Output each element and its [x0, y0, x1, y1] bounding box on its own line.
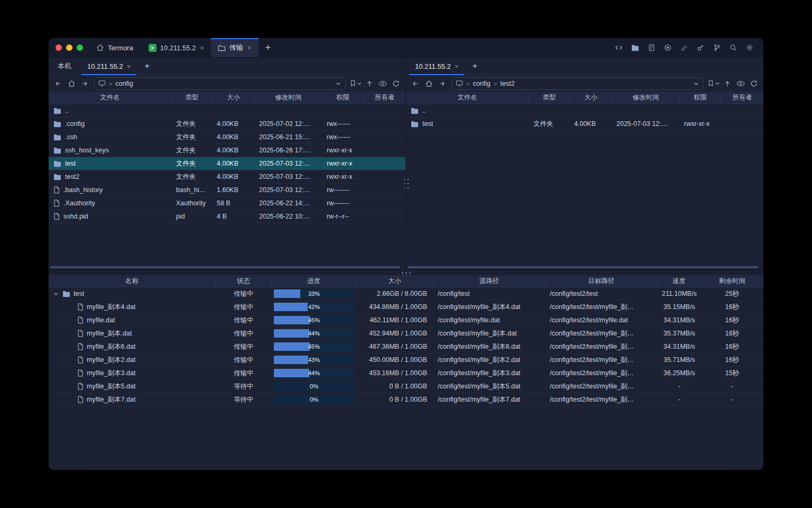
- toggle-hidden-files-button[interactable]: [734, 77, 747, 90]
- refresh-button[interactable]: [748, 77, 760, 90]
- sftp-tab[interactable]: 本机: [50, 58, 79, 75]
- file-row[interactable]: sshd.pidpid4 B2025-06-22 10:…rw-r--r--: [49, 210, 405, 223]
- file-row[interactable]: ..: [406, 104, 763, 117]
- column-header[interactable]: 类型: [172, 92, 213, 104]
- bookmark-button[interactable]: [349, 77, 363, 90]
- column-header[interactable]: 修改时间: [612, 92, 680, 104]
- home-button[interactable]: [422, 77, 435, 90]
- file-mtime: 2025-06-26 17:…: [255, 144, 322, 157]
- breadcrumb-segment[interactable]: config: [115, 80, 133, 87]
- search-button[interactable]: [727, 41, 740, 54]
- new-sftp-tab-button[interactable]: +: [466, 58, 483, 75]
- column-header[interactable]: 权限: [322, 92, 364, 104]
- back-button[interactable]: [52, 77, 64, 90]
- file-row[interactable]: .XauthorityXauthority58 B2025-06-22 14:……: [49, 197, 405, 210]
- git-branch-button[interactable]: [710, 41, 723, 54]
- file-icon: [77, 343, 84, 350]
- breadcrumb[interactable]: >config: [94, 77, 346, 90]
- file-row[interactable]: ..: [49, 104, 405, 117]
- code-button[interactable]: [612, 41, 625, 54]
- file-owner: [364, 184, 405, 196]
- horizontal-splitter[interactable]: [49, 270, 763, 275]
- bookmark-button[interactable]: [707, 77, 721, 90]
- breadcrumb-segment[interactable]: test2: [500, 80, 514, 87]
- column-header[interactable]: 目标路径: [546, 275, 658, 287]
- forward-button[interactable]: [78, 77, 91, 90]
- file-row[interactable]: test2文件夹4.00KB2025-07-03 12:…rwxr-xr-x: [49, 170, 405, 184]
- parent-directory-button[interactable]: [721, 77, 734, 90]
- progress-label: 0%: [274, 395, 354, 404]
- transfer-source-path: /config/test/myfile.dat: [433, 314, 546, 326]
- column-header[interactable]: 修改时间: [255, 92, 322, 104]
- close-tab-icon[interactable]: ×: [127, 62, 131, 70]
- app-title: Termora: [108, 44, 133, 52]
- close-tab-icon[interactable]: ×: [247, 44, 252, 52]
- transfer-row[interactable]: myfile.dat传输中45%462.11MB / 1.00GB/config…: [49, 314, 763, 327]
- forward-button[interactable]: [436, 77, 448, 90]
- transfer-row[interactable]: myfile_副本6.dat传输中45%467.36MB / 1.00GB/co…: [49, 340, 763, 353]
- file-row[interactable]: .config文件夹4.00KB2025-07-02 12:…rwx------: [49, 117, 405, 131]
- horizontal-scrollbar[interactable]: [50, 266, 400, 268]
- edit-button[interactable]: [678, 41, 690, 54]
- transfer-row[interactable]: myfile_副本4.dat传输中42%434.86MB / 1.00GB/co…: [49, 301, 763, 314]
- eye-icon: [379, 80, 387, 87]
- transfer-source-path: /config/test/myfile_副本6.dat: [433, 340, 546, 353]
- window-tab-session[interactable]: 10.211.55.2×: [142, 38, 211, 57]
- column-header[interactable]: 状态: [216, 275, 272, 287]
- column-header[interactable]: 文件名: [406, 92, 529, 104]
- refresh-button[interactable]: [390, 77, 402, 90]
- log-button[interactable]: [645, 41, 658, 54]
- close-window-button[interactable]: [56, 44, 62, 51]
- vertical-splitter-handle[interactable]: [402, 176, 410, 191]
- sftp-tab[interactable]: 10.211.55.2×: [79, 58, 139, 75]
- column-header[interactable]: 剩余时间: [701, 275, 763, 287]
- column-header[interactable]: 进度: [272, 275, 356, 287]
- file-row[interactable]: test文件夹4.00KB2025-07-03 12:…rwxr-xr-x: [406, 117, 763, 131]
- app-home-button[interactable]: Termora: [90, 38, 142, 57]
- settings-button[interactable]: [743, 41, 756, 54]
- column-header[interactable]: 速度: [658, 275, 701, 287]
- minimize-window-button[interactable]: [66, 44, 72, 51]
- close-tab-icon[interactable]: ×: [200, 44, 204, 52]
- breadcrumb-segment[interactable]: config: [473, 80, 490, 87]
- column-header[interactable]: 源路径: [433, 275, 546, 287]
- column-header[interactable]: 所有者: [364, 92, 405, 104]
- file-row[interactable]: test文件夹4.00KB2025-07-03 12:…rwxr-xr-x: [49, 157, 405, 170]
- parent-directory-button[interactable]: [363, 77, 376, 90]
- transfer-row[interactable]: myfile_副本7.dat等待中0%0 B / 1.00GB/config/t…: [49, 393, 763, 406]
- toggle-hidden-files-button[interactable]: [376, 77, 389, 90]
- file-name: .config: [65, 120, 85, 128]
- column-header[interactable]: 类型: [529, 92, 570, 104]
- transfer-row[interactable]: myfile_副本5.dat等待中0%0 B / 1.00GB/config/t…: [49, 380, 763, 393]
- column-header[interactable]: 大小: [213, 92, 255, 104]
- column-header[interactable]: 大小: [570, 92, 612, 104]
- sftp-tab[interactable]: 10.211.55.2×: [407, 58, 466, 75]
- column-header[interactable]: 权限: [680, 92, 721, 104]
- maximize-window-button[interactable]: [77, 44, 83, 51]
- key-button[interactable]: [694, 41, 707, 54]
- git-branch-icon: [714, 44, 721, 51]
- transfer-row[interactable]: myfile_副本.dat传输中44%452.94MB / 1.00GB/con…: [49, 327, 763, 340]
- transfer-row[interactable]: myfile_副本2.dat传输中43%450.00MB / 1.00GB/co…: [49, 353, 763, 367]
- new-sftp-tab-button[interactable]: +: [139, 58, 155, 75]
- column-header[interactable]: 大小: [356, 275, 433, 287]
- file-row[interactable]: .bash_historybash_hi…1.60KB2025-07-03 12…: [49, 184, 405, 197]
- column-header[interactable]: 文件名: [49, 92, 172, 104]
- folder-button[interactable]: [629, 41, 641, 54]
- horizontal-scrollbar[interactable]: [408, 266, 758, 268]
- window-tab-transfer[interactable]: 传输×: [211, 38, 259, 57]
- file-row[interactable]: .ssh文件夹4.00KB2025-06-21 15:…rwx------: [49, 131, 405, 144]
- home-button[interactable]: [65, 77, 78, 90]
- record-button[interactable]: [661, 41, 674, 54]
- column-header[interactable]: 名称: [49, 275, 216, 287]
- column-header[interactable]: 所有者: [721, 92, 763, 104]
- new-tab-button[interactable]: +: [259, 38, 278, 57]
- close-tab-icon[interactable]: ×: [455, 62, 459, 70]
- breadcrumb[interactable]: >config>test2: [451, 77, 704, 90]
- back-button[interactable]: [409, 77, 422, 90]
- transfer-row[interactable]: myfile_副本3.dat传输中44%453.16MB / 1.00GB/co…: [49, 367, 763, 380]
- transfer-row[interactable]: test传输中33%2.66GB / 8.00GB/config/test/co…: [49, 287, 763, 301]
- breadcrumb-separator: >: [109, 80, 112, 87]
- file-type: bash_hi…: [172, 184, 213, 196]
- file-row[interactable]: ssh_host_keys文件夹4.00KB2025-06-26 17:…rwx…: [49, 144, 405, 157]
